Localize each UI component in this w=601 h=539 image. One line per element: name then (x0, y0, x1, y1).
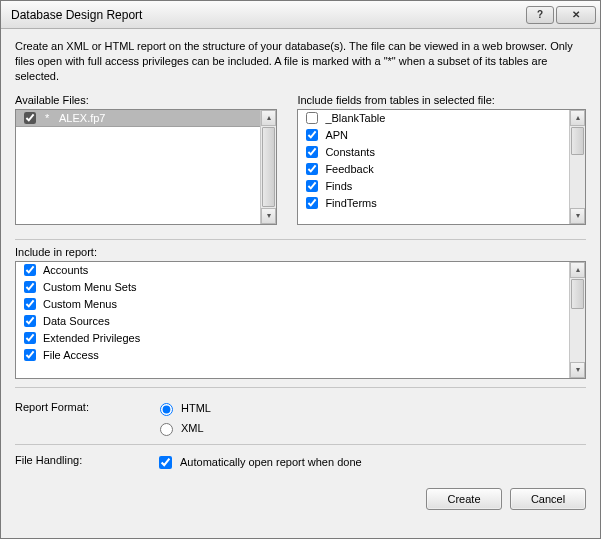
table-name: Constants (325, 146, 375, 158)
table-checkbox[interactable] (306, 129, 318, 141)
dialog-buttons: Create Cancel (15, 478, 586, 510)
file-name: ALEX.fp7 (59, 112, 105, 124)
table-name: APN (325, 129, 348, 141)
scroll-thumb[interactable] (571, 279, 584, 309)
report-item-name: Accounts (43, 264, 88, 276)
create-button[interactable]: Create (426, 488, 502, 510)
table-row[interactable]: FindTerms (298, 195, 569, 212)
file-row[interactable]: * ALEX.fp7 (16, 110, 260, 127)
report-format-row: Report Format: HTML XML (15, 394, 586, 442)
separator (15, 387, 586, 388)
available-files-listbox[interactable]: * ALEX.fp7 ▴ ▾ (15, 109, 277, 225)
report-row[interactable]: File Access (16, 347, 569, 364)
radio-xml-label: XML (181, 422, 204, 434)
titlebar-buttons: ? ✕ (526, 6, 596, 24)
cancel-button-label: Cancel (531, 493, 565, 505)
report-inner: Accounts Custom Menu Sets Custom Menus D… (16, 262, 569, 378)
report-item-name: Data Sources (43, 315, 110, 327)
tables-scrollbar[interactable]: ▴ ▾ (569, 110, 585, 224)
dialog-content: Create an XML or HTML report on the stru… (1, 29, 600, 538)
tables-inner: _BlankTable APN Constants Feedback (298, 110, 569, 224)
dialog-title: Database Design Report (11, 8, 526, 22)
auto-open-check[interactable]: Automatically open report when done (155, 453, 362, 472)
radio-xml[interactable]: XML (155, 420, 211, 436)
table-name: _BlankTable (325, 112, 385, 124)
report-checkbox[interactable] (24, 281, 36, 293)
radio-html[interactable]: HTML (155, 400, 211, 416)
tables-listbox[interactable]: _BlankTable APN Constants Feedback (297, 109, 586, 225)
report-item-name: Custom Menu Sets (43, 281, 137, 293)
files-scrollbar[interactable]: ▴ ▾ (260, 110, 276, 224)
close-button[interactable]: ✕ (556, 6, 596, 24)
available-files-inner: * ALEX.fp7 (16, 110, 260, 224)
scroll-up-icon[interactable]: ▴ (261, 110, 276, 126)
report-row[interactable]: Custom Menu Sets (16, 279, 569, 296)
report-row[interactable]: Extended Privileges (16, 330, 569, 347)
scroll-down-icon[interactable]: ▾ (570, 208, 585, 224)
include-fields-label: Include fields from tables in selected f… (297, 94, 586, 106)
report-item-name: File Access (43, 349, 99, 361)
auto-open-label: Automatically open report when done (180, 456, 362, 468)
file-handling-row: File Handling: Automatically open report… (15, 447, 586, 478)
auto-open-checkbox[interactable] (159, 456, 172, 469)
report-row[interactable]: Custom Menus (16, 296, 569, 313)
table-checkbox[interactable] (306, 180, 318, 192)
report-row[interactable]: Data Sources (16, 313, 569, 330)
report-checkbox[interactable] (24, 315, 36, 327)
intro-text: Create an XML or HTML report on the stru… (15, 39, 586, 84)
table-name: Feedback (325, 163, 373, 175)
radio-html-label: HTML (181, 402, 211, 414)
create-button-label: Create (447, 493, 480, 505)
table-row[interactable]: APN (298, 127, 569, 144)
report-item-name: Custom Menus (43, 298, 117, 310)
help-icon: ? (537, 9, 543, 20)
report-row[interactable]: Accounts (16, 262, 569, 279)
table-checkbox[interactable] (306, 112, 318, 124)
scroll-thumb[interactable] (262, 127, 275, 207)
scroll-thumb[interactable] (571, 127, 584, 155)
separator (15, 444, 586, 445)
separator (15, 239, 586, 240)
report-item-name: Extended Privileges (43, 332, 140, 344)
scroll-down-icon[interactable]: ▾ (261, 208, 276, 224)
radio-xml-input[interactable] (160, 423, 173, 436)
available-files-pane: Available Files: * ALEX.fp7 ▴ ▾ (15, 94, 277, 225)
available-files-label: Available Files: (15, 94, 277, 106)
table-name: Finds (325, 180, 352, 192)
report-scrollbar[interactable]: ▴ ▾ (569, 262, 585, 378)
titlebar: Database Design Report ? ✕ (1, 1, 600, 29)
report-checkbox[interactable] (24, 332, 36, 344)
scroll-up-icon[interactable]: ▴ (570, 110, 585, 126)
table-row[interactable]: Finds (298, 178, 569, 195)
table-row[interactable]: Feedback (298, 161, 569, 178)
close-icon: ✕ (572, 9, 580, 20)
report-checkbox[interactable] (24, 298, 36, 310)
radio-html-input[interactable] (160, 403, 173, 416)
top-panes: Available Files: * ALEX.fp7 ▴ ▾ (15, 94, 586, 225)
include-in-report-listbox[interactable]: Accounts Custom Menu Sets Custom Menus D… (15, 261, 586, 379)
cancel-button[interactable]: Cancel (510, 488, 586, 510)
include-fields-pane: Include fields from tables in selected f… (297, 94, 586, 225)
table-name: FindTerms (325, 197, 376, 209)
help-button[interactable]: ? (526, 6, 554, 24)
table-checkbox[interactable] (306, 163, 318, 175)
scroll-up-icon[interactable]: ▴ (570, 262, 585, 278)
report-checkbox[interactable] (24, 349, 36, 361)
table-row[interactable]: Constants (298, 144, 569, 161)
file-handling-label: File Handling: (15, 453, 155, 466)
report-format-label: Report Format: (15, 400, 155, 413)
table-row[interactable]: _BlankTable (298, 110, 569, 127)
table-checkbox[interactable] (306, 197, 318, 209)
file-asterisk: * (45, 112, 53, 124)
report-format-group: HTML XML (155, 400, 211, 436)
table-checkbox[interactable] (306, 146, 318, 158)
file-checkbox[interactable] (24, 112, 36, 124)
scroll-down-icon[interactable]: ▾ (570, 362, 585, 378)
report-checkbox[interactable] (24, 264, 36, 276)
include-in-report-label: Include in report: (15, 246, 586, 258)
dialog-database-design-report: Database Design Report ? ✕ Create an XML… (0, 0, 601, 539)
